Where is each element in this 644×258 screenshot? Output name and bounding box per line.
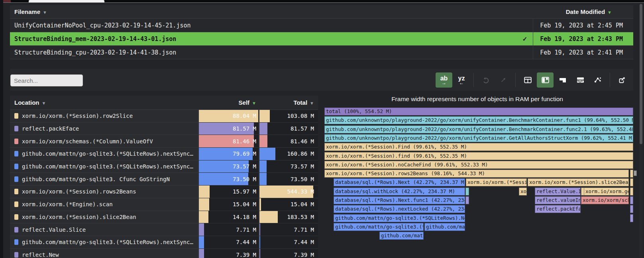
self-bar [199,211,208,223]
flame-frame[interactable]: github.com/mattn/go-sqlite3.(*SQ [334,223,424,231]
selected-check-icon: ✓ [517,35,533,43]
file-date-modified: Feb 19, 2023 at 2:41 PM [533,46,633,59]
file-date-modified: Feb 19, 2023 at 2:45 PM [533,19,633,32]
date-modified-column-header[interactable]: Date Modified▼ [511,8,633,15]
flame-frame-sliver[interactable] [630,205,633,213]
view-table-flame-button[interactable] [537,72,554,88]
flame-frame[interactable]: database/sql.(*Rows).Next.func1 (42.27%,… [334,196,465,204]
flame-frame-sliver[interactable] [630,196,633,204]
function-name: xorm.io/xorm.(*Session).row2Slice [22,113,133,119]
flame-frame[interactable]: xorm.io/xorm.(*Session).find (99.61%, 55… [324,152,633,160]
collapse-button [495,72,512,88]
flame-frame[interactable]: xorm.io/xorm.get [584,188,629,195]
row-color-swatch [14,227,18,233]
self-value: 79.69 M [233,148,256,160]
flame-frame-sliver[interactable] [465,188,469,195]
flame-frame[interactable]: reflect.valueInt [535,196,581,204]
order-reverse-button[interactable]: yz← [453,72,470,88]
toolbar-separator [610,73,610,87]
self-value: 88.04 M [233,110,256,122]
file-row[interactable]: StructureBinding_mem-2023-02-19-14-43-01… [10,32,633,46]
location-cell: xorm.io/xorm.(*Engine).scan [10,198,198,211]
filename-column-header[interactable]: Filename▼ [10,8,511,15]
table-row[interactable]: xorm.io/xorm.(*Session).row2Slice88.04 M… [10,110,318,123]
table-row[interactable]: github.com/mattn/go-sqlite3.(*SQLiteRows… [10,160,318,173]
flame-frame[interactable]: xorm.io/xorm/sch [581,196,629,204]
row-color-swatch [14,151,18,156]
profiler-app: Filename▼ Date Modified▼ UnifyContainerN… [0,0,644,258]
flame-frame[interactable]: reflect.Value.In [535,188,581,195]
table-flame-icon [542,77,549,83]
flame-frame[interactable]: xorm.io/xorm.(*Sessi [466,178,527,186]
view-callgraph-button[interactable] [589,72,606,88]
flame-frame-sliver[interactable] [630,178,633,186]
flame-frame[interactable]: xorm.io/xorm.(*Session).noCacheFind (99.… [324,161,633,169]
self-cell: 88.04 M [198,110,259,123]
flame-frame-sliver[interactable] [630,170,633,178]
flame-frame[interactable]: xorm.io/xorm.(*Session).rows2Beans (98.1… [324,170,629,178]
table-row[interactable]: reflect.New7.39 M7.39 M [10,249,318,258]
table-row[interactable]: github.com/mattn/go-sqlite3._Cfunc_GoStr… [10,173,318,186]
page-scrollbar[interactable] [639,3,643,258]
table-row[interactable]: reflect.packEface81.57 M81.57 M [10,123,318,135]
total-column-header[interactable]: Total▼ [259,99,318,106]
self-column-header[interactable]: Self▼ [198,99,259,106]
filename-header-label: Filename [14,8,40,15]
row-color-swatch [14,214,18,220]
function-name: reflect.packEface [22,125,79,132]
flame-frame[interactable]: github.com/mattn/go-sqlite3.(*SQLiteRows… [334,214,465,222]
flame-frame[interactable]: total (100%, 554.52 M) [324,108,633,115]
flame-frame[interactable]: github.com/mat [424,223,465,231]
flame-frame-sliver[interactable] [634,170,637,176]
flame-frame[interactable]: database/sql.(*Rows).Next (42.27%, 234.3… [334,178,465,186]
total-value: 73.57 M [291,160,314,173]
view-flame-button[interactable] [554,72,571,88]
self-sort-icon: ▼ [252,101,256,106]
function-rows: xorm.io/xorm.(*Session).row2Slice88.04 M… [10,110,318,258]
flame-frame[interactable]: github.com/unknowntpo/playground-2022/go… [324,134,633,142]
row-color-swatch [14,113,18,119]
flame-frame-sliver[interactable] [630,214,633,222]
table-row[interactable]: github.com/mattn/go-sqlite3.(*SQLiteRows… [10,236,318,249]
flame-frame[interactable]: github.com/unknowntpo/playground-2022/go… [324,125,633,133]
function-name: github.com/mattn/go-sqlite3.(*SQLiteRows… [22,150,193,157]
flame-frame[interactable]: reflect.packEfac [535,205,581,213]
total-bar [259,110,270,122]
undo-icon [482,77,489,84]
search-input[interactable] [10,74,83,86]
total-bar [259,135,267,147]
file-browser: Filename▼ Date Modified▼ UnifyContainerN… [10,5,633,59]
table-row[interactable]: xorm.io/xorm.(*Session).slice2Bean14.18 … [10,211,318,224]
table-row[interactable]: xorm.io/xorm/schemas.(*Column).ValueOfV8… [10,135,318,148]
file-row[interactable]: UnifyContainerNoPool_cpu-2023-02-19-14-4… [10,19,633,32]
file-row[interactable]: StructureBinding_cpu-2023-02-19-14-41-38… [10,46,633,59]
table-row[interactable]: reflect.Value.Slice7.71 M7.71 M [10,223,318,236]
table-row[interactable]: xorm.io/xorm.(*Session).rows2Beans15.97 … [10,186,318,198]
location-column-header[interactable]: Location▼ [10,99,198,106]
export-button[interactable] [614,72,630,88]
flame-frame[interactable]: github.com/unknowntpo/playground-2022/go… [324,116,633,124]
location-sort-icon: ▼ [42,101,46,106]
flame-frame-sliver[interactable] [465,196,469,204]
flame-frame[interactable]: xor [519,188,527,195]
file-list: UnifyContainerNoPool_cpu-2023-02-19-14-4… [10,19,633,59]
flame-frame[interactable]: xorm.io/xorm.(*Session).slice2Bean (3 [528,178,629,186]
function-name: xorm.io/xorm.(*Session).rows2Beans [22,188,136,195]
total-cell: 7.39 M [259,249,318,258]
flame-frame[interactable]: github.com/mat [379,232,424,240]
table-row[interactable]: xorm.io/xorm.(*Engine).scan15.04 M15.04 … [10,198,318,211]
row-color-swatch [14,239,18,245]
flame-frame[interactable]: database/sql.withLock (42.27%, 234.37 M) [334,188,465,195]
function-name: reflect.New [22,252,59,258]
flame-icon [559,77,566,83]
page-scrollbar-thumb[interactable] [640,4,642,144]
flame-frame[interactable]: database/sql.(*Rows).nextLocked (42.27%,… [334,205,465,213]
table-row[interactable]: github.com/mattn/go-sqlite3.(*SQLiteRows… [10,148,318,160]
view-sandwich-button[interactable] [572,72,589,88]
location-cell: reflect.New [10,249,198,258]
flame-frame-sliver[interactable] [630,188,633,195]
view-table-button[interactable] [519,72,536,88]
flame-frame[interactable]: xorm.io/xorm.(*Session).Find (99.61%, 55… [324,143,633,151]
order-alphabetical-button[interactable]: ab→ [436,72,452,88]
self-value: 15.97 M [233,186,256,198]
